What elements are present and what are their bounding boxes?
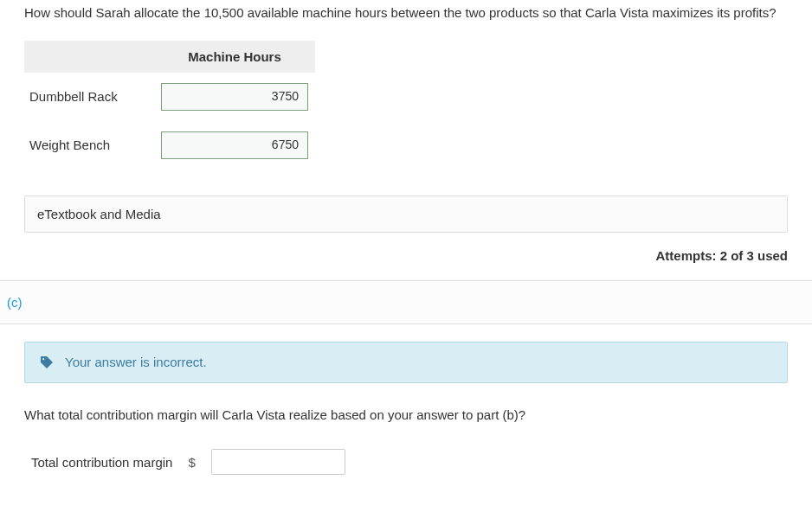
question-text-b: How should Sarah allocate the 10,500 ava… — [0, 0, 812, 32]
question-text-c: What total contribution margin will Carl… — [24, 406, 788, 426]
row-value: 3750 — [161, 83, 308, 111]
table-header-blank — [24, 41, 154, 73]
table-row: Weight Bench 6750 — [24, 121, 315, 170]
etextbook-media-button[interactable]: eTextbook and Media — [24, 195, 788, 233]
currency-symbol: $ — [188, 455, 195, 470]
section-c-content: Your answer is incorrect. What total con… — [0, 324, 812, 484]
svg-point-0 — [42, 358, 44, 360]
table-header-hours: Machine Hours — [154, 41, 315, 73]
machine-hours-table: Machine Hours Dumbbell Rack 3750 Weight … — [24, 41, 315, 170]
incorrect-alert: Your answer is incorrect. — [24, 342, 788, 383]
tag-icon — [39, 355, 55, 370]
row-label: Weight Bench — [24, 121, 154, 170]
machine-hours-table-container: Machine Hours Dumbbell Rack 3750 Weight … — [0, 32, 812, 187]
section-c-label: (c) — [0, 281, 812, 323]
contribution-margin-row: Total contribution margin $ — [24, 449, 788, 475]
section-c-header: (c) — [0, 280, 812, 324]
row-label: Dumbbell Rack — [24, 73, 154, 121]
contribution-margin-input[interactable] — [211, 449, 345, 475]
table-row: Dumbbell Rack 3750 — [24, 73, 315, 121]
row-value: 6750 — [161, 131, 308, 159]
contribution-margin-label: Total contribution margin — [31, 455, 172, 470]
alert-message: Your answer is incorrect. — [65, 355, 207, 369]
attempts-counter: Attempts: 2 of 3 used — [0, 241, 812, 280]
